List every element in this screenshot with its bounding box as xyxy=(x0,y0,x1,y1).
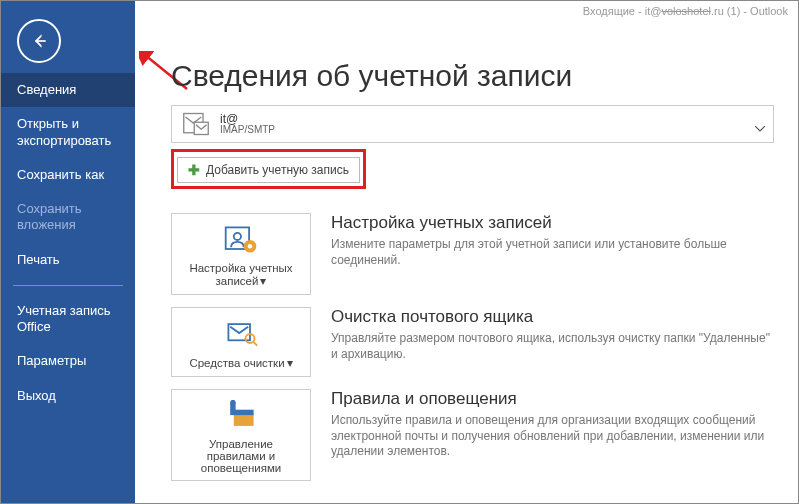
tile-rules-alerts[interactable]: Управление правилами и оповещениями xyxy=(171,389,311,481)
sidebar-item-office-account[interactable]: Учетная запись Office xyxy=(1,294,135,345)
sidebar-item-save-attachments: Сохранить вложения xyxy=(1,192,135,243)
sidebar-item-open-export[interactable]: Открыть и экспортировать xyxy=(1,107,135,158)
account-selector[interactable]: it@ IMAP/SMTP xyxy=(171,105,774,143)
section-heading: Настройка учетных записей xyxy=(331,213,774,233)
sidebar-separator xyxy=(13,285,123,286)
tile-cleanup-tools[interactable]: Средства очистки▾ xyxy=(171,307,311,377)
arrow-left-icon xyxy=(29,31,49,51)
chevron-down-icon: ▾ xyxy=(260,274,266,288)
add-account-label: Добавить учетную запись xyxy=(206,163,349,177)
sidebar-item-save-as[interactable]: Сохранить как xyxy=(1,158,135,192)
account-texts: it@ IMAP/SMTP xyxy=(220,113,275,135)
back-button[interactable] xyxy=(17,19,61,63)
tile-label: Настройка учетных записей xyxy=(189,262,292,287)
svg-rect-3 xyxy=(194,122,208,134)
sidebar-item-info[interactable]: Сведения xyxy=(1,73,135,107)
section-heading: Правила и оповещения xyxy=(331,389,774,409)
sidebar-item-label: Сведения xyxy=(17,82,76,97)
svg-point-7 xyxy=(248,244,253,249)
sidebar-item-label: Параметры xyxy=(17,353,86,368)
cleanup-tools-icon xyxy=(223,318,259,350)
tile-label: Средства очистки xyxy=(189,357,284,369)
sidebar-item-label: Открыть и экспортировать xyxy=(17,116,111,147)
sidebar: Сведения Открыть и экспортировать Сохран… xyxy=(1,1,135,503)
svg-rect-0 xyxy=(36,40,46,42)
sidebar-item-label: Сохранить как xyxy=(17,167,104,182)
sidebar-item-label: Печать xyxy=(17,252,60,267)
account-settings-icon xyxy=(223,224,259,256)
section-desc: Измените параметры для этой учетной запи… xyxy=(331,237,774,268)
tile-label: Управление правилами и оповещениями xyxy=(201,438,281,474)
chevron-down-icon[interactable] xyxy=(755,118,765,136)
tile-account-settings[interactable]: Настройка учетных записей▾ xyxy=(171,213,311,295)
svg-point-5 xyxy=(234,233,241,240)
sidebar-item-options[interactable]: Параметры xyxy=(1,344,135,378)
account-type: IMAP/SMTP xyxy=(220,125,275,135)
page-title: Сведения об учетной записи xyxy=(171,59,774,93)
svg-point-14 xyxy=(230,400,235,405)
section-desc: Используйте правила и оповещения для орг… xyxy=(331,413,774,460)
svg-line-10 xyxy=(254,342,258,346)
svg-rect-12 xyxy=(234,410,254,415)
sidebar-item-exit[interactable]: Выход xyxy=(1,379,135,413)
plus-icon: ✚ xyxy=(188,162,200,178)
add-account-button[interactable]: ✚ Добавить учетную запись xyxy=(177,157,360,183)
sidebar-item-label: Сохранить вложения xyxy=(17,201,82,232)
sidebar-item-label: Учетная запись Office xyxy=(17,303,111,334)
section-heading: Очистка почтового ящика xyxy=(331,307,774,327)
svg-rect-11 xyxy=(234,413,254,426)
sidebar-item-print[interactable]: Печать xyxy=(1,243,135,277)
section-desc: Управляйте размером почтового ящика, исп… xyxy=(331,331,774,362)
rules-alerts-icon xyxy=(223,400,259,432)
chevron-down-icon: ▾ xyxy=(287,356,293,370)
account-icon xyxy=(182,110,210,138)
sidebar-item-label: Выход xyxy=(17,388,56,403)
annotation-highlight: ✚ Добавить учетную запись xyxy=(171,149,366,189)
main-content: Сведения об учетной записи it@ IMAP/SMTP… xyxy=(135,1,798,503)
